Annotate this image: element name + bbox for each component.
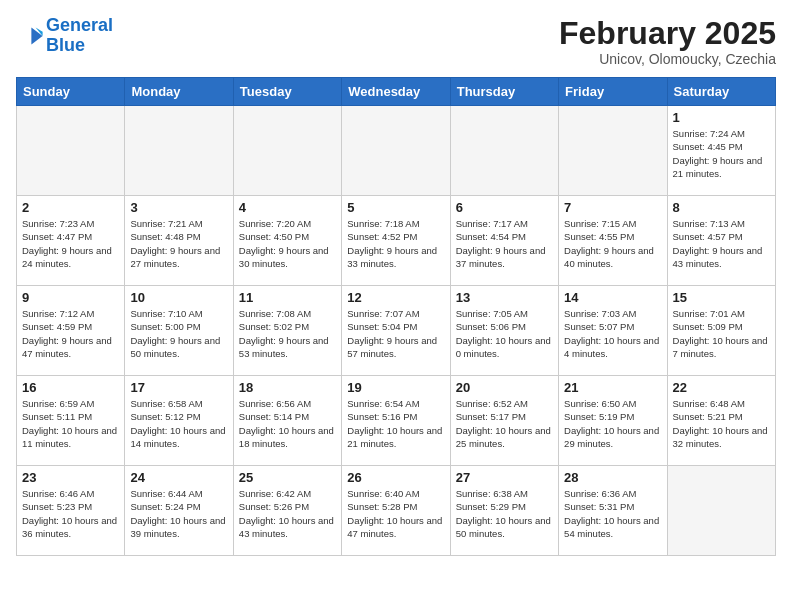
calendar-cell [559,106,667,196]
day-number: 23 [22,470,119,485]
weekday-header-tuesday: Tuesday [233,78,341,106]
calendar-cell: 28Sunrise: 6:36 AM Sunset: 5:31 PM Dayli… [559,466,667,556]
month-title: February 2025 [559,16,776,51]
calendar-cell: 16Sunrise: 6:59 AM Sunset: 5:11 PM Dayli… [17,376,125,466]
day-number: 27 [456,470,553,485]
day-info: Sunrise: 7:24 AM Sunset: 4:45 PM Dayligh… [673,127,770,180]
day-number: 12 [347,290,444,305]
day-info: Sunrise: 6:50 AM Sunset: 5:19 PM Dayligh… [564,397,661,450]
calendar-cell [342,106,450,196]
calendar-cell [667,466,775,556]
weekday-header-monday: Monday [125,78,233,106]
day-info: Sunrise: 6:36 AM Sunset: 5:31 PM Dayligh… [564,487,661,540]
calendar-cell: 4Sunrise: 7:20 AM Sunset: 4:50 PM Daylig… [233,196,341,286]
day-number: 20 [456,380,553,395]
day-info: Sunrise: 7:18 AM Sunset: 4:52 PM Dayligh… [347,217,444,270]
calendar-cell: 22Sunrise: 6:48 AM Sunset: 5:21 PM Dayli… [667,376,775,466]
day-number: 13 [456,290,553,305]
day-number: 10 [130,290,227,305]
calendar-table: SundayMondayTuesdayWednesdayThursdayFrid… [16,77,776,556]
logo-icon [16,22,44,50]
day-info: Sunrise: 6:59 AM Sunset: 5:11 PM Dayligh… [22,397,119,450]
day-info: Sunrise: 7:12 AM Sunset: 4:59 PM Dayligh… [22,307,119,360]
weekday-header-sunday: Sunday [17,78,125,106]
day-number: 5 [347,200,444,215]
calendar-body: 1Sunrise: 7:24 AM Sunset: 4:45 PM Daylig… [17,106,776,556]
day-info: Sunrise: 6:52 AM Sunset: 5:17 PM Dayligh… [456,397,553,450]
location-subtitle: Unicov, Olomoucky, Czechia [559,51,776,67]
day-number: 26 [347,470,444,485]
day-info: Sunrise: 6:54 AM Sunset: 5:16 PM Dayligh… [347,397,444,450]
calendar-cell: 15Sunrise: 7:01 AM Sunset: 5:09 PM Dayli… [667,286,775,376]
calendar-cell: 7Sunrise: 7:15 AM Sunset: 4:55 PM Daylig… [559,196,667,286]
title-block: February 2025 Unicov, Olomoucky, Czechia [559,16,776,67]
day-number: 11 [239,290,336,305]
calendar-cell: 5Sunrise: 7:18 AM Sunset: 4:52 PM Daylig… [342,196,450,286]
calendar-cell: 1Sunrise: 7:24 AM Sunset: 4:45 PM Daylig… [667,106,775,196]
calendar-cell: 10Sunrise: 7:10 AM Sunset: 5:00 PM Dayli… [125,286,233,376]
day-info: Sunrise: 6:38 AM Sunset: 5:29 PM Dayligh… [456,487,553,540]
day-info: Sunrise: 7:10 AM Sunset: 5:00 PM Dayligh… [130,307,227,360]
day-info: Sunrise: 6:48 AM Sunset: 5:21 PM Dayligh… [673,397,770,450]
day-number: 28 [564,470,661,485]
calendar-cell: 26Sunrise: 6:40 AM Sunset: 5:28 PM Dayli… [342,466,450,556]
day-number: 4 [239,200,336,215]
logo-line1: General [46,15,113,35]
day-info: Sunrise: 6:40 AM Sunset: 5:28 PM Dayligh… [347,487,444,540]
calendar-cell: 6Sunrise: 7:17 AM Sunset: 4:54 PM Daylig… [450,196,558,286]
day-number: 16 [22,380,119,395]
calendar-cell [125,106,233,196]
week-row-2: 2Sunrise: 7:23 AM Sunset: 4:47 PM Daylig… [17,196,776,286]
calendar-cell: 8Sunrise: 7:13 AM Sunset: 4:57 PM Daylig… [667,196,775,286]
day-number: 14 [564,290,661,305]
day-number: 1 [673,110,770,125]
calendar-cell: 9Sunrise: 7:12 AM Sunset: 4:59 PM Daylig… [17,286,125,376]
calendar-cell: 12Sunrise: 7:07 AM Sunset: 5:04 PM Dayli… [342,286,450,376]
day-info: Sunrise: 7:03 AM Sunset: 5:07 PM Dayligh… [564,307,661,360]
day-info: Sunrise: 6:58 AM Sunset: 5:12 PM Dayligh… [130,397,227,450]
day-number: 7 [564,200,661,215]
calendar-cell: 19Sunrise: 6:54 AM Sunset: 5:16 PM Dayli… [342,376,450,466]
calendar-cell: 21Sunrise: 6:50 AM Sunset: 5:19 PM Dayli… [559,376,667,466]
calendar-cell: 2Sunrise: 7:23 AM Sunset: 4:47 PM Daylig… [17,196,125,286]
calendar-cell [450,106,558,196]
calendar-cell: 24Sunrise: 6:44 AM Sunset: 5:24 PM Dayli… [125,466,233,556]
week-row-4: 16Sunrise: 6:59 AM Sunset: 5:11 PM Dayli… [17,376,776,466]
day-number: 21 [564,380,661,395]
calendar-cell: 11Sunrise: 7:08 AM Sunset: 5:02 PM Dayli… [233,286,341,376]
calendar-cell [233,106,341,196]
calendar-header: SundayMondayTuesdayWednesdayThursdayFrid… [17,78,776,106]
day-info: Sunrise: 7:15 AM Sunset: 4:55 PM Dayligh… [564,217,661,270]
calendar-cell: 13Sunrise: 7:05 AM Sunset: 5:06 PM Dayli… [450,286,558,376]
day-number: 19 [347,380,444,395]
calendar-cell: 3Sunrise: 7:21 AM Sunset: 4:48 PM Daylig… [125,196,233,286]
calendar-cell: 20Sunrise: 6:52 AM Sunset: 5:17 PM Dayli… [450,376,558,466]
calendar-cell: 27Sunrise: 6:38 AM Sunset: 5:29 PM Dayli… [450,466,558,556]
day-number: 24 [130,470,227,485]
day-info: Sunrise: 6:56 AM Sunset: 5:14 PM Dayligh… [239,397,336,450]
calendar-cell: 17Sunrise: 6:58 AM Sunset: 5:12 PM Dayli… [125,376,233,466]
calendar-cell [17,106,125,196]
day-info: Sunrise: 7:05 AM Sunset: 5:06 PM Dayligh… [456,307,553,360]
page-header: General Blue February 2025 Unicov, Olomo… [16,16,776,67]
day-info: Sunrise: 7:20 AM Sunset: 4:50 PM Dayligh… [239,217,336,270]
weekday-header-row: SundayMondayTuesdayWednesdayThursdayFrid… [17,78,776,106]
week-row-3: 9Sunrise: 7:12 AM Sunset: 4:59 PM Daylig… [17,286,776,376]
day-number: 22 [673,380,770,395]
day-number: 2 [22,200,119,215]
day-number: 15 [673,290,770,305]
weekday-header-thursday: Thursday [450,78,558,106]
calendar-cell: 18Sunrise: 6:56 AM Sunset: 5:14 PM Dayli… [233,376,341,466]
day-info: Sunrise: 7:08 AM Sunset: 5:02 PM Dayligh… [239,307,336,360]
day-info: Sunrise: 7:07 AM Sunset: 5:04 PM Dayligh… [347,307,444,360]
day-info: Sunrise: 7:21 AM Sunset: 4:48 PM Dayligh… [130,217,227,270]
day-info: Sunrise: 6:42 AM Sunset: 5:26 PM Dayligh… [239,487,336,540]
weekday-header-friday: Friday [559,78,667,106]
logo-line2: Blue [46,35,85,55]
day-number: 6 [456,200,553,215]
day-info: Sunrise: 7:23 AM Sunset: 4:47 PM Dayligh… [22,217,119,270]
weekday-header-saturday: Saturday [667,78,775,106]
logo: General Blue [16,16,113,56]
calendar-cell: 14Sunrise: 7:03 AM Sunset: 5:07 PM Dayli… [559,286,667,376]
day-number: 18 [239,380,336,395]
